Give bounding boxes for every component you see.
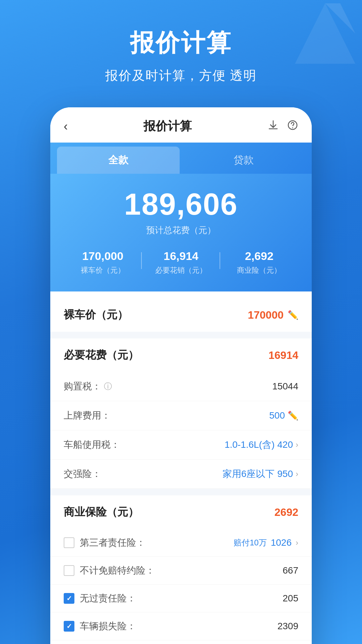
bare-car-value-edit[interactable]: 170000 ✏️ — [248, 309, 298, 321]
svg-marker-0 — [295, 3, 355, 64]
summary-bare-car: 170,000 裸车价（元） — [64, 250, 142, 275]
commercial-insurance-total: 2692 — [275, 506, 298, 519]
third-party-right[interactable]: 赔付10万 1026 › — [234, 537, 298, 548]
third-party-row: 第三者责任险： 赔付10万 1026 › — [50, 529, 312, 557]
registration-fee-value[interactable]: 500 ✏️ — [269, 410, 298, 421]
bare-car-label: 裸车价（元） — [64, 265, 142, 275]
compulsory-insurance-chevron: › — [296, 469, 298, 479]
insurance-value: 2,692 — [220, 250, 298, 263]
total-amount: 189,606 — [64, 187, 298, 222]
necessary-section: 必要花费（元） 16914 — [50, 338, 312, 372]
commercial-insurance-section: 商业保险（元） 2692 — [50, 495, 312, 529]
commercial-insurance-header: 商业保险（元） 2692 — [64, 505, 298, 520]
compulsory-insurance-row[interactable]: 交强险： 家用6座以下 950 › — [50, 460, 312, 489]
bare-car-edit-icon[interactable]: ✏️ — [288, 310, 298, 320]
third-party-tag: 赔付10万 — [234, 537, 267, 548]
summary-section: 189,606 预计总花费（元） 170,000 裸车价（元） 16,914 必… — [50, 174, 312, 291]
compulsory-insurance-value[interactable]: 家用6座以下 950 › — [223, 468, 298, 480]
nav-icons — [267, 119, 298, 133]
phone-nav: ‹ 报价计算 — [50, 107, 312, 143]
no-fault-label: 无过责任险： — [80, 592, 136, 605]
vehicle-tax-row[interactable]: 车船使用税： 1.0-1.6L(含) 420 › — [50, 430, 312, 460]
registration-edit-icon[interactable]: ✏️ — [288, 411, 298, 421]
no-fault-checkbox[interactable] — [64, 593, 74, 604]
purchase-tax-row: 购置税： ⓘ 15044 — [50, 372, 312, 401]
third-party-checkbox[interactable] — [64, 537, 74, 548]
third-party-label: 第三者责任险： — [80, 536, 145, 549]
necessary-label: 必要花销（元） — [142, 265, 220, 275]
vehicle-tax-chevron: › — [296, 440, 298, 449]
tab-full-payment[interactable]: 全款 — [57, 147, 180, 174]
phone-mockup: ‹ 报价计算 全款 贷款 189,606 — [50, 107, 312, 644]
bare-car-section: 裸车价（元） 170000 ✏️ — [50, 298, 312, 332]
download-icon[interactable] — [267, 119, 279, 133]
no-fault-left: 无过责任险： — [64, 592, 136, 605]
vehicle-tax-tag: 1.0-1.6L(含) — [225, 438, 275, 451]
necessary-header: 必要花费（元） 16914 — [64, 348, 298, 363]
third-party-chevron: › — [296, 538, 298, 547]
third-party-value: 1026 — [271, 537, 292, 548]
necessary-total: 16914 — [268, 349, 298, 362]
summary-row: 170,000 裸车价（元） 16,914 必要花销（元） 2,692 商业险（… — [64, 250, 298, 275]
no-fault-right: 205 — [283, 593, 298, 604]
no-deductible-left: 不计免赔特约险： — [64, 564, 155, 577]
commercial-insurance-title: 商业保险（元） — [64, 505, 139, 520]
tab-loan[interactable]: 贷款 — [182, 147, 305, 174]
insurance-label: 商业险（元） — [220, 265, 298, 275]
vehicle-loss-checkbox[interactable] — [64, 621, 74, 632]
bare-car-header: 裸车价（元） 170000 ✏️ — [64, 308, 298, 322]
registration-fee-label: 上牌费用： — [64, 409, 111, 422]
third-party-left: 第三者责任险： — [64, 536, 145, 549]
bare-car-title: 裸车价（元） — [64, 308, 128, 322]
purchase-tax-value: 15044 — [272, 381, 298, 392]
summary-necessary: 16,914 必要花销（元） — [142, 250, 220, 275]
no-fault-value: 205 — [283, 593, 298, 604]
spontaneous-combustion-row: 自燃损坏险： 255 — [50, 640, 312, 644]
no-deductible-checkbox[interactable] — [64, 565, 74, 576]
back-button[interactable]: ‹ — [64, 119, 68, 133]
total-label: 预计总花费（元） — [64, 224, 298, 236]
compulsory-insurance-label: 交强险： — [64, 468, 101, 480]
help-icon[interactable] — [287, 119, 298, 133]
necessary-title: 必要花费（元） — [64, 348, 139, 363]
no-deductible-label: 不计免赔特约险： — [80, 564, 155, 577]
vehicle-tax-label: 车船使用税： — [64, 438, 120, 451]
no-deductible-value: 667 — [283, 565, 298, 576]
page-subtitle: 报价及时计算，方便 透明 — [13, 67, 349, 84]
no-deductible-right: 667 — [283, 565, 298, 576]
compulsory-insurance-tag: 家用6座以下 — [223, 468, 275, 480]
no-fault-row: 无过责任险： 205 — [50, 585, 312, 612]
vehicle-loss-right: 2309 — [278, 621, 298, 632]
necessary-value: 16,914 — [142, 250, 220, 263]
content-area: 裸车价（元） 170000 ✏️ 必要花费（元） 16914 购置税： ⓘ 15… — [50, 298, 312, 644]
no-deductible-row: 不计免赔特约险： 667 — [50, 557, 312, 585]
vehicle-loss-value: 2309 — [278, 621, 298, 632]
vehicle-tax-value[interactable]: 1.0-1.6L(含) 420 › — [225, 438, 298, 451]
purchase-tax-help-icon[interactable]: ⓘ — [104, 381, 112, 392]
vehicle-loss-label: 车辆损失险： — [80, 620, 136, 633]
svg-point-3 — [292, 127, 293, 128]
vehicle-loss-left: 车辆损失险： — [64, 620, 136, 633]
summary-insurance: 2,692 商业险（元） — [220, 250, 298, 275]
registration-fee-row: 上牌费用： 500 ✏️ — [50, 401, 312, 430]
bare-car-value: 170,000 — [64, 250, 142, 263]
tabs-bar: 全款 贷款 — [50, 143, 312, 174]
purchase-tax-label: 购置税： ⓘ — [64, 380, 112, 393]
vehicle-loss-row: 车辆损失险： 2309 — [50, 612, 312, 640]
nav-title: 报价计算 — [143, 118, 192, 135]
